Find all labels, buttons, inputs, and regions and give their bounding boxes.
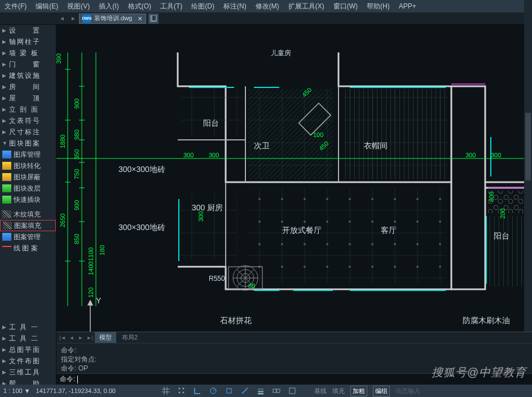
menu-view[interactable]: 视图(V) bbox=[67, 2, 90, 11]
sidebar-item[interactable]: 线 图 案 bbox=[0, 242, 56, 254]
tab-model[interactable]: 模型 bbox=[95, 332, 116, 343]
svg-point-35 bbox=[281, 243, 283, 245]
status-base[interactable]: 基线 bbox=[314, 387, 327, 395]
sidebar-label: 轴网柱子 bbox=[9, 37, 41, 47]
sidebar-item[interactable]: 快速插块 bbox=[0, 194, 56, 205]
sidebar-item[interactable]: ▶工 具 二 bbox=[0, 333, 56, 344]
lwt-icon[interactable] bbox=[256, 386, 266, 396]
svg-text:300: 300 bbox=[183, 152, 194, 158]
sidebar-item[interactable]: ▶工 具 一 bbox=[0, 321, 56, 333]
file-tab[interactable]: DWG 装饰培训.dwg × bbox=[79, 14, 146, 24]
menu-ext[interactable]: 扩展工具(X) bbox=[288, 2, 324, 11]
sidebar-item[interactable]: ▶设 置 bbox=[0, 25, 56, 36]
svg-text:100: 100 bbox=[313, 131, 323, 138]
otrack-icon[interactable] bbox=[240, 386, 250, 396]
sidebar-item[interactable]: 图块屏蔽 bbox=[0, 171, 56, 183]
command-history: 命令: 指定对角点: 命令: OP OPTIONS bbox=[56, 343, 532, 373]
svg-point-46 bbox=[326, 266, 328, 268]
grid-icon[interactable] bbox=[161, 386, 171, 396]
svg-point-150 bbox=[182, 388, 184, 390]
sidebar-label: 工 具 二 bbox=[9, 334, 39, 343]
sidebar-label: 图块屏蔽 bbox=[14, 173, 41, 182]
ortho-icon[interactable] bbox=[192, 386, 203, 396]
menu-file[interactable]: 文件(F) bbox=[5, 2, 27, 11]
sidebar-item[interactable]: 图库管理 bbox=[0, 149, 56, 160]
status-dyn[interactable]: 动态输入 bbox=[395, 387, 420, 395]
sidebar-icon bbox=[2, 184, 11, 192]
drawing-canvas[interactable]: 阳台 次卫 衣帽间 300 厨房 开放式餐厅 客厅 阳台 儿童房 石材拼花 防腐… bbox=[56, 25, 532, 385]
sidebar-item[interactable]: 木纹填充 bbox=[0, 209, 56, 220]
svg-point-49 bbox=[394, 266, 396, 268]
sidebar-item[interactable]: ▶文表符号 bbox=[0, 115, 56, 126]
close-icon[interactable]: × bbox=[138, 14, 142, 23]
sidebar-item[interactable]: ▶屋 顶 bbox=[0, 92, 56, 104]
svg-line-156 bbox=[242, 388, 248, 394]
tab-layout2[interactable]: 布局2 bbox=[117, 332, 142, 343]
svg-point-17 bbox=[281, 198, 283, 200]
menu-edit[interactable]: 编辑(E) bbox=[36, 2, 58, 11]
svg-point-28 bbox=[326, 220, 328, 223]
dyn-icon[interactable] bbox=[271, 386, 282, 396]
sidebar-item[interactable]: 图块改层 bbox=[0, 183, 56, 194]
sidebar-item[interactable]: ▶文件布图 bbox=[0, 355, 56, 367]
tab-first[interactable]: |◄ bbox=[59, 334, 67, 342]
menu-window[interactable]: 窗口(W) bbox=[333, 2, 358, 11]
sidebar-label: 图块改层 bbox=[14, 184, 41, 193]
sidebar-item[interactable]: 图案管理 bbox=[0, 231, 56, 242]
svg-text:300: 300 bbox=[209, 152, 219, 158]
sidebar-item[interactable]: ▶墙 梁 板 bbox=[0, 47, 56, 59]
sidebar-label: 图块转化 bbox=[14, 161, 41, 171]
nav-prev[interactable]: ◄ bbox=[56, 13, 68, 24]
menu-help[interactable]: 帮助(H) bbox=[367, 2, 390, 11]
sidebar-item[interactable]: 图案填充 bbox=[0, 220, 56, 231]
svg-point-38 bbox=[349, 243, 351, 245]
scrollbar-vertical[interactable] bbox=[524, 0, 532, 333]
menu-draw[interactable]: 绘图(D) bbox=[191, 2, 214, 11]
menu-modify[interactable]: 修改(M) bbox=[256, 2, 279, 11]
command-input[interactable]: 命令: bbox=[56, 373, 532, 385]
sidebar-item[interactable]: ▶门 窗 bbox=[0, 59, 56, 70]
status-bold[interactable]: 加粗 bbox=[350, 386, 367, 396]
sidebar-item[interactable]: 图块转化 bbox=[0, 160, 56, 171]
model-icon[interactable] bbox=[287, 386, 297, 396]
tab-prev[interactable]: ◄ bbox=[68, 334, 76, 342]
sidebar-icon bbox=[2, 246, 11, 254]
sidebar-label: 立 剖 面 bbox=[9, 105, 39, 114]
tab-next[interactable]: ► bbox=[77, 334, 85, 342]
svg-rect-1 bbox=[152, 15, 156, 21]
nav-next[interactable]: ► bbox=[68, 13, 79, 24]
osnap-icon[interactable] bbox=[224, 386, 234, 396]
svg-point-39 bbox=[371, 243, 373, 245]
svg-text:850: 850 bbox=[73, 234, 80, 244]
svg-point-47 bbox=[349, 266, 351, 268]
status-scale[interactable]: 1 : 100 ▼ bbox=[3, 387, 30, 394]
sidebar-item[interactable]: ▶帮 助 bbox=[0, 378, 56, 385]
svg-point-22 bbox=[394, 198, 396, 200]
sidebar-label: 图案填充 bbox=[14, 221, 41, 231]
svg-point-42 bbox=[439, 243, 441, 245]
sidebar-item[interactable]: ▶三维工具 bbox=[0, 367, 56, 378]
sidebar-item[interactable]: ▶房 间 bbox=[0, 81, 56, 92]
menu-app[interactable]: APP+ bbox=[399, 2, 416, 10]
tab-last[interactable]: ►| bbox=[86, 334, 94, 342]
sidebar-item[interactable]: ▶总图平面 bbox=[0, 344, 56, 355]
svg-point-44 bbox=[281, 266, 283, 268]
polar-icon[interactable] bbox=[208, 386, 218, 396]
status-wire[interactable]: 编组 bbox=[373, 386, 390, 396]
sidebar-item[interactable]: ▶立 剖 面 bbox=[0, 104, 56, 115]
status-fill[interactable]: 填充 bbox=[332, 387, 345, 395]
sidebar-group-header[interactable]: ▼图块图案 bbox=[0, 138, 56, 149]
svg-point-25 bbox=[258, 220, 261, 223]
sidebar-item[interactable]: ▶尺寸标注 bbox=[0, 126, 56, 138]
menu-insert[interactable]: 插入(I) bbox=[99, 2, 118, 11]
svg-point-31 bbox=[394, 220, 396, 223]
new-file-button[interactable] bbox=[148, 14, 159, 24]
sidebar-item[interactable]: ▶建筑设施 bbox=[0, 70, 56, 81]
svg-point-19 bbox=[326, 198, 328, 200]
menu-format[interactable]: 格式(O) bbox=[128, 2, 151, 11]
sidebar-item[interactable]: ▶轴网柱子 bbox=[0, 36, 56, 47]
snap-icon[interactable] bbox=[177, 386, 187, 396]
sidebar-icon bbox=[2, 162, 11, 170]
menu-tools[interactable]: 工具(T) bbox=[160, 2, 182, 11]
menu-annot[interactable]: 标注(N) bbox=[223, 2, 247, 11]
